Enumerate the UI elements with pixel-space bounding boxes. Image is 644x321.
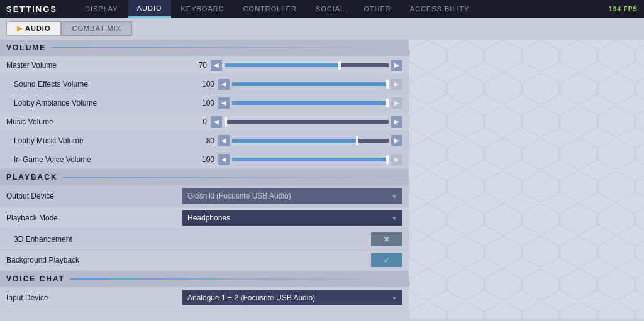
music-volume-thumb [225, 117, 227, 126]
input-device-row: Input Device Analogue 1 + 2 (Focusrite U… [0, 287, 409, 309]
sub-tab-arrow-icon: ▶ [17, 24, 23, 33]
nav-tab-accessibility[interactable]: ACCESSIBILITY [401, 0, 479, 18]
lobby-ambiance-fill [232, 101, 389, 105]
playback-mode-row: Playback Mode Headphones ▼ [0, 207, 409, 229]
right-panel [409, 40, 644, 319]
enhancement-3d-label: 3D Enhancement [14, 235, 190, 244]
voice-chat-header-line [70, 278, 402, 280]
master-volume-increase[interactable]: ▶ [391, 60, 402, 71]
sub-tab-combat-mix[interactable]: COMBAT MIX [61, 21, 132, 36]
background-playback-toggle[interactable]: ✓ [371, 253, 402, 267]
enhancement-3d-toggle[interactable]: ✕ [371, 232, 402, 246]
lobby-music-thumb [356, 136, 358, 145]
lobby-music-row: Lobby Music Volume 80 ◀ ▶ [0, 131, 409, 150]
lobby-ambiance-row: Lobby Ambiance Volume 100 ◀ ▶ [0, 94, 409, 112]
sfx-volume-label: Sound Effects Volume [14, 80, 190, 89]
ingame-voice-thumb [386, 155, 389, 164]
voice-chat-section-header: VOICE CHAT [0, 271, 409, 287]
music-volume-label: Music Volume [6, 117, 182, 126]
lobby-ambiance-value: 100 [190, 99, 218, 107]
nav-tab-other[interactable]: OTHER [355, 0, 400, 18]
lobby-ambiance-increase[interactable]: ▶ [391, 97, 402, 109]
top-bar: SETTINGS DISPLAY AUDIO KEYBOARD CONTROLL… [0, 0, 644, 18]
sfx-volume-increase[interactable]: ▶ [391, 79, 402, 90]
playback-header-line [63, 177, 402, 178]
lobby-music-slider: ◀ ▶ [218, 135, 402, 146]
playback-section-header: PLAYBACK [0, 169, 409, 185]
sfx-volume-track[interactable] [232, 82, 389, 86]
volume-section-header: VOLUME [0, 40, 409, 56]
left-panel: VOLUME Master Volume 70 ◀ ▶ Sound Effect… [0, 40, 409, 319]
ingame-voice-row: In-Game Voice Volume 100 ◀ ▶ [0, 150, 409, 169]
ingame-voice-slider: ◀ ▶ [218, 154, 402, 165]
music-volume-value: 0 [182, 117, 211, 126]
geometric-background [409, 40, 644, 319]
music-volume-increase[interactable]: ▶ [391, 116, 402, 128]
output-device-dropdown: Głośniki (Focusrite USB Audio) ▼ [182, 188, 402, 204]
nav-tab-controller[interactable]: CONTROLLER [235, 0, 306, 18]
output-device-arrow-icon: ▼ [391, 193, 397, 200]
output-device-row: Output Device Głośniki (Focusrite USB Au… [0, 185, 409, 207]
input-device-value: Analogue 1 + 2 (Focusrite USB Audio) [187, 293, 315, 302]
enhancement-3d-row: 3D Enhancement ✕ [0, 229, 409, 250]
music-volume-row: Music Volume 0 ◀ ▶ [0, 112, 409, 131]
music-volume-decrease[interactable]: ◀ [211, 116, 222, 128]
playback-mode-arrow-icon: ▼ [391, 215, 397, 222]
lobby-music-track[interactable] [232, 139, 389, 143]
enhancement-3d-x-icon: ✕ [383, 234, 391, 244]
nav-tab-keyboard[interactable]: KEYBOARD [172, 0, 233, 18]
app-title: SETTINGS [6, 4, 57, 14]
sfx-volume-slider: ◀ ▶ [218, 79, 402, 90]
sub-tabs: ▶AUDIO COMBAT MIX [0, 18, 644, 40]
volume-header-line [51, 47, 402, 48]
voice-chat-header-text: VOICE CHAT [6, 275, 65, 283]
master-volume-fill [225, 63, 340, 67]
ingame-voice-decrease[interactable]: ◀ [218, 154, 230, 165]
ingame-voice-fill [232, 158, 389, 161]
master-volume-decrease[interactable]: ◀ [211, 60, 222, 71]
playback-header-text: PLAYBACK [6, 173, 58, 182]
playback-mode-dropdown[interactable]: Headphones ▼ [182, 210, 402, 226]
sfx-volume-value: 100 [190, 80, 218, 89]
enhancement-3d-toggle-control: ✕ [190, 232, 402, 246]
lobby-music-label: Lobby Music Volume [14, 136, 190, 145]
music-volume-track[interactable] [225, 120, 389, 124]
playback-mode-label: Playback Mode [6, 214, 182, 222]
nav-tab-display[interactable]: DISPLAY [76, 0, 127, 18]
nav-tabs: DISPLAY AUDIO KEYBOARD CONTROLLER SOCIAL… [76, 0, 479, 18]
lobby-ambiance-thumb [386, 99, 389, 107]
lobby-music-decrease[interactable]: ◀ [218, 135, 230, 146]
lobby-ambiance-decrease[interactable]: ◀ [218, 97, 230, 109]
master-volume-value: 70 [182, 61, 211, 70]
nav-tab-social[interactable]: SOCIAL [307, 0, 353, 18]
ingame-voice-track[interactable] [232, 158, 389, 161]
nav-tab-audio[interactable]: AUDIO [128, 0, 171, 18]
geo-svg [409, 40, 644, 319]
lobby-music-value: 80 [190, 136, 218, 145]
sfx-volume-decrease[interactable]: ◀ [218, 79, 230, 90]
background-playback-toggle-control: ✓ [182, 253, 402, 267]
sfx-volume-thumb [386, 80, 389, 89]
sfx-volume-row: Sound Effects Volume 100 ◀ ▶ [0, 75, 409, 94]
lobby-ambiance-slider: ◀ ▶ [218, 97, 402, 109]
input-device-label: Input Device [6, 293, 182, 302]
master-volume-slider: ◀ ▶ [211, 60, 402, 71]
lobby-music-increase[interactable]: ▶ [391, 135, 402, 146]
background-playback-label: Background Playback [6, 256, 182, 264]
master-volume-row: Master Volume 70 ◀ ▶ [0, 56, 409, 75]
output-device-value: Głośniki (Focusrite USB Audio) [187, 192, 291, 200]
master-volume-track[interactable] [225, 63, 389, 67]
sub-tab-audio[interactable]: ▶AUDIO [6, 21, 61, 36]
background-playback-row: Background Playback ✓ [0, 250, 409, 271]
fps-counter: 194 FPS [609, 6, 638, 13]
input-device-dropdown[interactable]: Analogue 1 + 2 (Focusrite USB Audio) ▼ [182, 290, 402, 305]
ingame-voice-increase[interactable]: ▶ [391, 154, 402, 165]
input-device-arrow-icon: ▼ [391, 295, 397, 302]
lobby-ambiance-track[interactable] [232, 101, 389, 105]
sfx-volume-fill [232, 82, 389, 86]
music-volume-slider: ◀ ▶ [211, 116, 402, 128]
lobby-music-fill [232, 139, 357, 143]
ingame-voice-value: 100 [190, 155, 218, 164]
playback-mode-value: Headphones [187, 214, 230, 222]
lobby-ambiance-label: Lobby Ambiance Volume [14, 99, 190, 107]
